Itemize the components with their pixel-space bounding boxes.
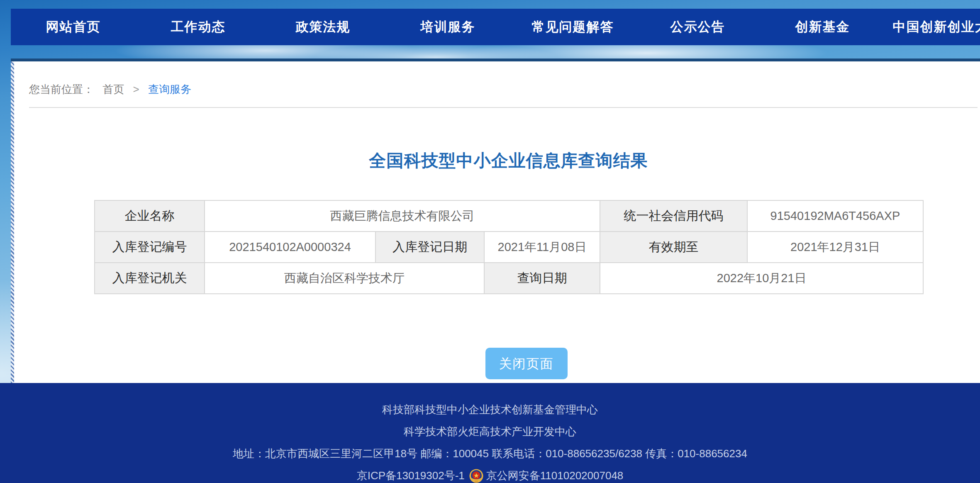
nav-item-innofund[interactable]: 创新基金 <box>760 18 885 36</box>
breadcrumb-divider <box>29 107 978 108</box>
company-name-value: 西藏巨腾信息技术有限公司 <box>205 200 600 232</box>
footer-beian-line: 京ICP备13019302号-1 京公网安备11010202007048 <box>0 465 980 483</box>
nav-item-policies[interactable]: 政策法规 <box>261 18 385 36</box>
valid-until-value: 2021年12月31日 <box>747 232 923 263</box>
page-title: 全国科技型中小企业信息库查询结果 <box>94 149 923 172</box>
breadcrumb-home-link[interactable]: 首页 <box>102 83 124 95</box>
reg-number-value: 2021540102A0000324 <box>205 232 375 263</box>
footer-org-line2: 科学技术部火炬高技术产业开发中心 <box>0 421 980 443</box>
nav-item-competition[interactable]: 中国创新创业大赛 <box>885 18 980 36</box>
close-page-button[interactable]: 关闭页面 <box>485 348 568 379</box>
nav-item-faq[interactable]: 常见问题解答 <box>510 18 635 36</box>
query-date-value: 2022年10月21日 <box>600 263 923 294</box>
table-row: 企业名称 西藏巨腾信息技术有限公司 统一社会信用代码 91540192MA6T4… <box>95 200 923 232</box>
footer-address-line: 地址：北京市西城区三里河二区甲18号 邮编：100045 联系电话：010-88… <box>0 443 980 465</box>
reg-authority-label: 入库登记机关 <box>95 263 205 294</box>
breadcrumb-separator: > <box>133 83 139 95</box>
credit-code-label: 统一社会信用代码 <box>600 200 747 232</box>
page-footer: 科技部科技型中小企业技术创新基金管理中心 科学技术部火炬高技术产业开发中心 地址… <box>0 383 980 483</box>
nav-item-news[interactable]: 工作动态 <box>136 18 261 36</box>
query-result-table: 企业名称 西藏巨腾信息技术有限公司 统一社会信用代码 91540192MA6T4… <box>94 200 924 294</box>
police-badge-icon <box>469 468 484 483</box>
close-button-row: 关闭页面 <box>94 348 923 379</box>
company-name-label: 企业名称 <box>95 200 205 232</box>
query-date-label: 查询日期 <box>484 263 600 294</box>
breadcrumb: 您当前位置： 首页 > 查询服务 <box>29 82 191 97</box>
table-row: 入库登记机关 西藏自治区科学技术厅 查询日期 2022年10月21日 <box>95 263 923 294</box>
breadcrumb-prefix: 您当前位置： <box>29 83 94 95</box>
credit-code-value: 91540192MA6T456AXP <box>747 200 923 232</box>
nav-item-training[interactable]: 培训服务 <box>385 18 510 36</box>
reg-date-label: 入库登记日期 <box>375 232 484 263</box>
icp-record-link[interactable]: 京ICP备13019302号-1 <box>357 465 465 483</box>
public-security-record-link[interactable]: 京公网安备11010202007048 <box>486 465 624 483</box>
main-nav: 网站首页 工作动态 政策法规 培训服务 常见问题解答 公示公告 创新基金 中国创… <box>11 9 980 45</box>
reg-authority-value: 西藏自治区科学技术厅 <box>205 263 484 294</box>
content-panel: 您当前位置： 首页 > 查询服务 全国科技型中小企业信息库查询结果 企业名称 西… <box>14 61 980 383</box>
nav-item-home[interactable]: 网站首页 <box>11 18 136 36</box>
reg-number-label: 入库登记编号 <box>95 232 205 263</box>
breadcrumb-current-link[interactable]: 查询服务 <box>148 83 191 95</box>
panel-top-border <box>11 59 980 61</box>
footer-org-line1: 科技部科技型中小企业技术创新基金管理中心 <box>0 399 980 421</box>
left-stripe-decoration <box>11 61 14 383</box>
table-row: 入库登记编号 2021540102A0000324 入库登记日期 2021年11… <box>95 232 923 263</box>
valid-until-label: 有效期至 <box>600 232 747 263</box>
nav-item-announcements[interactable]: 公示公告 <box>635 18 760 36</box>
reg-date-value: 2021年11月08日 <box>484 232 600 263</box>
